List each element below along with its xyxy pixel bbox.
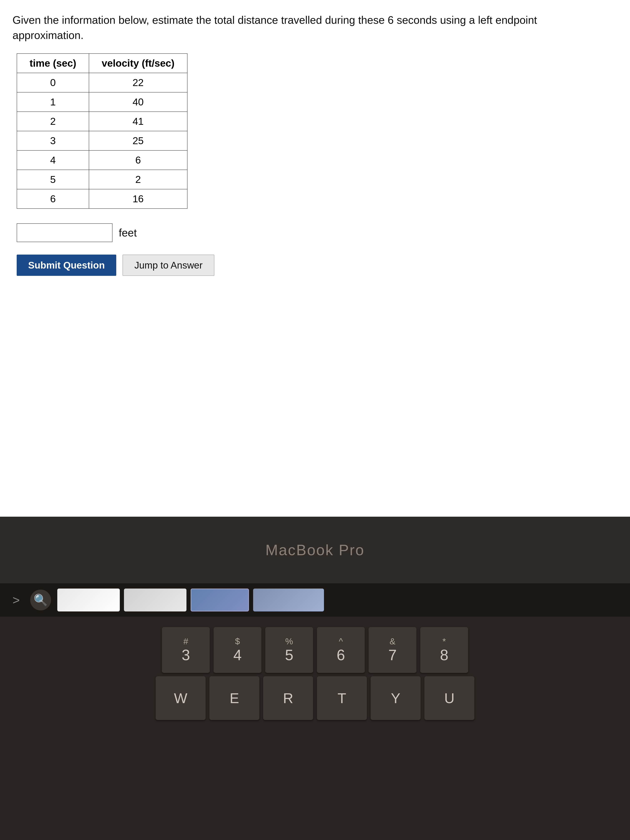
key-7-symbol: &: [390, 636, 395, 646]
key-8-symbol: *: [442, 636, 446, 646]
key-3-symbol: #: [183, 636, 188, 646]
table-cell-1-0: 1: [17, 92, 89, 112]
window-preview-4[interactable]: [253, 589, 324, 611]
table-cell-5-1: 2: [89, 170, 187, 189]
taskbar: > 🔍: [0, 583, 630, 617]
table-cell-6-1: 16: [89, 189, 187, 208]
window-previews: [57, 589, 622, 611]
key-t-label: T: [338, 690, 346, 706]
answer-unit-label: feet: [119, 226, 137, 239]
key-3-main: 3: [182, 646, 190, 663]
keyboard: # 3 $ 4 % 5 ^ 6 & 7 * 8: [0, 617, 630, 840]
keyboard-rows: # 3 $ 4 % 5 ^ 6 & 7 * 8: [0, 617, 630, 720]
table-cell-0-0: 0: [17, 73, 89, 92]
key-r[interactable]: R: [263, 676, 313, 720]
key-4-main: 4: [233, 646, 242, 663]
key-u[interactable]: U: [425, 676, 474, 720]
key-5-main: 5: [285, 646, 293, 663]
table-cell-2-1: 41: [89, 112, 187, 131]
table-cell-2-0: 2: [17, 112, 89, 131]
key-6-symbol: ^: [339, 636, 343, 646]
keyboard-number-row: # 3 $ 4 % 5 ^ 6 & 7 * 8: [0, 627, 630, 673]
table-cell-4-0: 4: [17, 150, 89, 170]
col-header-velocity: velocity (ft/sec): [89, 54, 187, 73]
keyboard-letter-row: W E R T Y U: [0, 676, 630, 720]
key-y-label: Y: [391, 690, 400, 706]
key-3[interactable]: # 3: [162, 627, 210, 673]
chevron-icon[interactable]: >: [8, 591, 24, 609]
key-5-symbol: %: [285, 636, 293, 646]
search-button[interactable]: 🔍: [30, 590, 51, 610]
table-cell-3-0: 3: [17, 131, 89, 150]
key-w[interactable]: W: [156, 676, 205, 720]
table-cell-5-0: 5: [17, 170, 89, 189]
key-y[interactable]: Y: [371, 676, 421, 720]
answer-row: feet: [17, 223, 617, 242]
window-preview-1[interactable]: [57, 589, 120, 611]
table-row: 325: [17, 131, 187, 150]
key-t[interactable]: T: [317, 676, 367, 720]
table-row: 616: [17, 189, 187, 208]
table-cell-4-1: 6: [89, 150, 187, 170]
answer-input[interactable]: [17, 223, 112, 242]
key-7-main: 7: [388, 646, 397, 663]
key-e-label: E: [230, 690, 239, 706]
table-row: 241: [17, 112, 187, 131]
table-cell-1-1: 40: [89, 92, 187, 112]
key-6[interactable]: ^ 6: [317, 627, 365, 673]
table-cell-6-0: 6: [17, 189, 89, 208]
question-text: Given the information below, estimate th…: [13, 13, 596, 43]
key-8[interactable]: * 8: [420, 627, 468, 673]
button-row: Submit Question Jump to Answer: [17, 254, 617, 276]
search-icon: 🔍: [33, 593, 48, 607]
window-preview-3[interactable]: [191, 589, 249, 611]
key-r-label: R: [283, 690, 293, 706]
key-w-label: W: [174, 690, 187, 706]
key-4-symbol: $: [235, 636, 240, 646]
macbook-label: MacBook Pro: [265, 542, 365, 559]
table-cell-0-1: 22: [89, 73, 187, 92]
key-5[interactable]: % 5: [265, 627, 313, 673]
table-row: 52: [17, 170, 187, 189]
key-8-main: 8: [440, 646, 448, 663]
macbook-label-area: MacBook Pro: [0, 517, 630, 583]
table-row: 022: [17, 73, 187, 92]
key-e[interactable]: E: [209, 676, 259, 720]
key-6-main: 6: [337, 646, 345, 663]
window-preview-2[interactable]: [124, 589, 186, 611]
submit-question-button[interactable]: Submit Question: [17, 254, 116, 276]
table-cell-3-1: 25: [89, 131, 187, 150]
jump-to-answer-button[interactable]: Jump to Answer: [123, 254, 215, 276]
data-table: time (sec) velocity (ft/sec) 02214024132…: [17, 53, 188, 209]
screen-content: Given the information below, estimate th…: [0, 0, 630, 517]
col-header-time: time (sec): [17, 54, 89, 73]
key-4[interactable]: $ 4: [213, 627, 262, 673]
key-u-label: U: [444, 690, 455, 706]
key-7[interactable]: & 7: [368, 627, 417, 673]
table-row: 140: [17, 92, 187, 112]
table-row: 46: [17, 150, 187, 170]
